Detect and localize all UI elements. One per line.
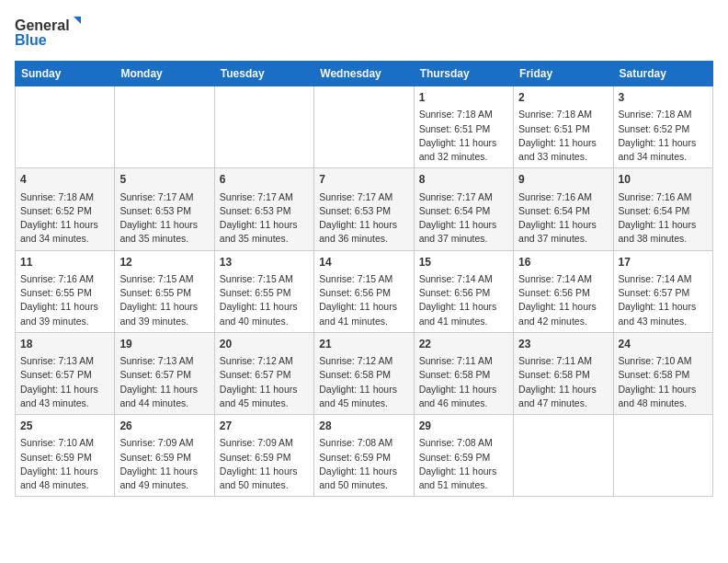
day-info: Sunrise: 7:16 AMSunset: 6:54 PMDaylight:… bbox=[518, 191, 597, 245]
week-row: 4Sunrise: 7:18 AMSunset: 6:52 PMDaylight… bbox=[16, 168, 713, 250]
day-info: Sunrise: 7:12 AMSunset: 6:58 PMDaylight:… bbox=[319, 355, 397, 408]
calendar-body: 1Sunrise: 7:18 AMSunset: 6:51 PMDaylight… bbox=[16, 86, 713, 497]
calendar-table: SundayMondayTuesdayWednesdayThursdayFrid… bbox=[15, 61, 713, 497]
day-info: Sunrise: 7:11 AMSunset: 6:58 PMDaylight:… bbox=[518, 355, 597, 408]
calendar-cell: 28Sunrise: 7:08 AMSunset: 6:59 PMDayligh… bbox=[314, 415, 414, 497]
day-number: 6 bbox=[220, 172, 309, 188]
day-info: Sunrise: 7:09 AMSunset: 6:59 PMDaylight:… bbox=[220, 437, 298, 490]
svg-marker-1 bbox=[74, 17, 81, 24]
calendar-cell: 7Sunrise: 7:17 AMSunset: 6:53 PMDaylight… bbox=[314, 168, 414, 250]
day-info: Sunrise: 7:17 AMSunset: 6:54 PMDaylight:… bbox=[419, 191, 497, 245]
day-info: Sunrise: 7:14 AMSunset: 6:56 PMDaylight:… bbox=[518, 273, 597, 327]
day-header-wednesday: Wednesday bbox=[314, 62, 414, 86]
calendar-cell: 5Sunrise: 7:17 AMSunset: 6:53 PMDaylight… bbox=[115, 168, 214, 250]
day-number: 8 bbox=[419, 172, 508, 188]
calendar-cell: 27Sunrise: 7:09 AMSunset: 6:59 PMDayligh… bbox=[214, 415, 313, 497]
day-info: Sunrise: 7:10 AMSunset: 6:58 PMDaylight:… bbox=[619, 355, 697, 408]
day-number: 25 bbox=[20, 419, 109, 434]
day-info: Sunrise: 7:08 AMSunset: 6:59 PMDaylight:… bbox=[319, 437, 397, 490]
day-number: 11 bbox=[20, 255, 109, 270]
calendar-cell: 15Sunrise: 7:14 AMSunset: 6:56 PMDayligh… bbox=[414, 250, 513, 332]
day-info: Sunrise: 7:17 AMSunset: 6:53 PMDaylight:… bbox=[220, 191, 298, 245]
day-number: 22 bbox=[419, 337, 508, 352]
day-header-thursday: Thursday bbox=[414, 62, 513, 86]
day-info: Sunrise: 7:15 AMSunset: 6:56 PMDaylight:… bbox=[319, 273, 397, 327]
day-number: 9 bbox=[518, 172, 608, 188]
day-number: 15 bbox=[419, 255, 508, 270]
day-info: Sunrise: 7:11 AMSunset: 6:58 PMDaylight:… bbox=[419, 355, 497, 408]
svg-text:Blue: Blue bbox=[15, 32, 47, 48]
day-number: 24 bbox=[619, 337, 708, 352]
calendar-cell bbox=[16, 86, 115, 168]
calendar-cell: 16Sunrise: 7:14 AMSunset: 6:56 PMDayligh… bbox=[514, 250, 613, 332]
day-info: Sunrise: 7:18 AMSunset: 6:52 PMDaylight:… bbox=[619, 109, 697, 162]
day-number: 7 bbox=[319, 172, 408, 188]
day-number: 26 bbox=[119, 419, 209, 434]
calendar-cell: 26Sunrise: 7:09 AMSunset: 6:59 PMDayligh… bbox=[115, 415, 214, 497]
day-info: Sunrise: 7:14 AMSunset: 6:56 PMDaylight:… bbox=[419, 273, 497, 327]
calendar-cell: 22Sunrise: 7:11 AMSunset: 6:58 PMDayligh… bbox=[414, 332, 513, 414]
day-header-tuesday: Tuesday bbox=[214, 62, 313, 86]
day-info: Sunrise: 7:13 AMSunset: 6:57 PMDaylight:… bbox=[20, 355, 98, 408]
calendar-cell: 25Sunrise: 7:10 AMSunset: 6:59 PMDayligh… bbox=[16, 415, 115, 497]
day-info: Sunrise: 7:18 AMSunset: 6:51 PMDaylight:… bbox=[518, 109, 597, 162]
logo: GeneralBlue bbox=[15, 15, 88, 52]
day-number: 23 bbox=[518, 337, 608, 352]
day-info: Sunrise: 7:10 AMSunset: 6:59 PMDaylight:… bbox=[20, 437, 98, 490]
day-info: Sunrise: 7:08 AMSunset: 6:59 PMDaylight:… bbox=[419, 437, 497, 490]
svg-text:General: General bbox=[15, 17, 70, 33]
day-number: 4 bbox=[20, 172, 109, 188]
day-info: Sunrise: 7:09 AMSunset: 6:59 PMDaylight:… bbox=[119, 437, 198, 490]
calendar-cell: 19Sunrise: 7:13 AMSunset: 6:57 PMDayligh… bbox=[115, 332, 214, 414]
calendar-cell: 13Sunrise: 7:15 AMSunset: 6:55 PMDayligh… bbox=[214, 250, 313, 332]
week-row: 1Sunrise: 7:18 AMSunset: 6:51 PMDaylight… bbox=[16, 86, 713, 168]
calendar-cell: 4Sunrise: 7:18 AMSunset: 6:52 PMDaylight… bbox=[16, 168, 115, 250]
day-number: 1 bbox=[419, 90, 508, 106]
day-number: 10 bbox=[619, 172, 708, 188]
day-info: Sunrise: 7:15 AMSunset: 6:55 PMDaylight:… bbox=[119, 273, 198, 327]
logo-icon: GeneralBlue bbox=[15, 15, 88, 52]
calendar-cell: 9Sunrise: 7:16 AMSunset: 6:54 PMDaylight… bbox=[514, 168, 613, 250]
day-number: 13 bbox=[220, 255, 309, 270]
day-number: 28 bbox=[319, 419, 408, 434]
calendar-cell: 18Sunrise: 7:13 AMSunset: 6:57 PMDayligh… bbox=[16, 332, 115, 414]
day-number: 17 bbox=[619, 255, 708, 270]
day-number: 27 bbox=[220, 419, 309, 434]
week-row: 11Sunrise: 7:16 AMSunset: 6:55 PMDayligh… bbox=[16, 250, 713, 332]
calendar-cell: 11Sunrise: 7:16 AMSunset: 6:55 PMDayligh… bbox=[16, 250, 115, 332]
day-number: 2 bbox=[518, 90, 608, 106]
day-header-monday: Monday bbox=[115, 62, 214, 86]
calendar-header: SundayMondayTuesdayWednesdayThursdayFrid… bbox=[16, 62, 713, 86]
day-header-saturday: Saturday bbox=[613, 62, 712, 86]
day-info: Sunrise: 7:17 AMSunset: 6:53 PMDaylight:… bbox=[319, 191, 397, 245]
calendar-cell: 24Sunrise: 7:10 AMSunset: 6:58 PMDayligh… bbox=[613, 332, 712, 414]
day-number: 14 bbox=[319, 255, 408, 270]
calendar-cell: 21Sunrise: 7:12 AMSunset: 6:58 PMDayligh… bbox=[314, 332, 414, 414]
calendar-cell: 12Sunrise: 7:15 AMSunset: 6:55 PMDayligh… bbox=[115, 250, 214, 332]
calendar-cell bbox=[314, 86, 414, 168]
calendar-cell: 3Sunrise: 7:18 AMSunset: 6:52 PMDaylight… bbox=[613, 86, 712, 168]
day-info: Sunrise: 7:17 AMSunset: 6:53 PMDaylight:… bbox=[119, 191, 198, 245]
day-info: Sunrise: 7:14 AMSunset: 6:57 PMDaylight:… bbox=[619, 273, 697, 327]
week-row: 18Sunrise: 7:13 AMSunset: 6:57 PMDayligh… bbox=[16, 332, 713, 414]
day-info: Sunrise: 7:18 AMSunset: 6:52 PMDaylight:… bbox=[20, 191, 98, 245]
day-number: 5 bbox=[119, 172, 209, 188]
calendar-cell bbox=[613, 415, 712, 497]
day-number: 16 bbox=[518, 255, 608, 270]
day-number: 19 bbox=[119, 337, 209, 352]
day-header-sunday: Sunday bbox=[16, 62, 115, 86]
header-row: SundayMondayTuesdayWednesdayThursdayFrid… bbox=[16, 62, 713, 86]
day-number: 18 bbox=[20, 337, 109, 352]
calendar-cell: 1Sunrise: 7:18 AMSunset: 6:51 PMDaylight… bbox=[414, 86, 513, 168]
calendar-cell bbox=[115, 86, 214, 168]
week-row: 25Sunrise: 7:10 AMSunset: 6:59 PMDayligh… bbox=[16, 415, 713, 497]
day-info: Sunrise: 7:13 AMSunset: 6:57 PMDaylight:… bbox=[119, 355, 198, 408]
calendar-cell bbox=[214, 86, 313, 168]
calendar-cell: 23Sunrise: 7:11 AMSunset: 6:58 PMDayligh… bbox=[514, 332, 613, 414]
day-number: 20 bbox=[220, 337, 309, 352]
page-header: GeneralBlue bbox=[15, 15, 713, 52]
day-info: Sunrise: 7:16 AMSunset: 6:54 PMDaylight:… bbox=[619, 191, 697, 245]
day-info: Sunrise: 7:16 AMSunset: 6:55 PMDaylight:… bbox=[20, 273, 98, 327]
calendar-cell: 10Sunrise: 7:16 AMSunset: 6:54 PMDayligh… bbox=[613, 168, 712, 250]
calendar-cell: 8Sunrise: 7:17 AMSunset: 6:54 PMDaylight… bbox=[414, 168, 513, 250]
